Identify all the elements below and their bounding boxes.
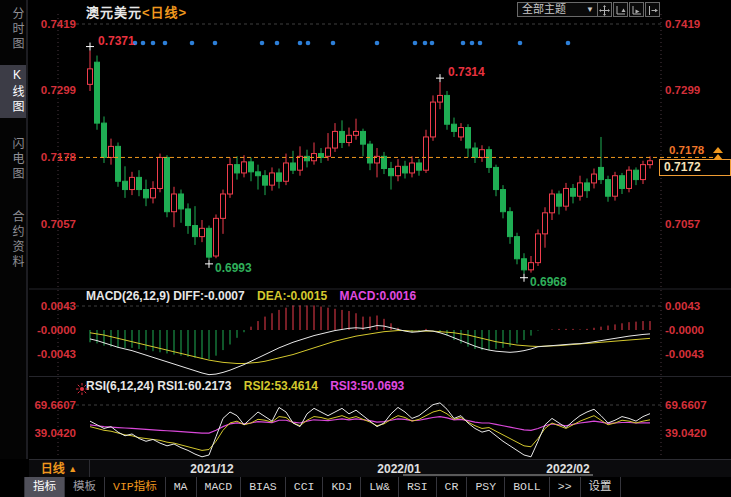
rsi-header: RSI(6,12,24) RSI1:60.2173 RSI2:53.4614 R… [86, 379, 404, 393]
indicator-tab-bar: 指标模板VIP指标MAMACDBIASCCIKDJLW&RSICRPSYBOLL… [0, 477, 731, 497]
price-tick-left: 0.7299 [29, 83, 76, 97]
macd-tick-left: 0.0043 [29, 299, 76, 313]
period-selector[interactable]: 日线 ▲ [29, 460, 90, 478]
macd-diff-value: MACD(26,12,9) DIFF:-0.0007 [86, 289, 245, 303]
tab-psy[interactable]: PSY [467, 477, 505, 497]
tab-rsi[interactable]: RSI [399, 477, 437, 497]
chart-area: 澳元美元<日线> 全部主题 ▼ MACD(26,12,9) DIFF:-0.00… [29, 0, 731, 497]
macd-tick-right: 0.0043 [665, 299, 700, 313]
sidebar-tab-contract-info[interactable]: 合约资料 [0, 207, 26, 273]
pan-tool-button[interactable] [597, 2, 612, 17]
fit-vertical-scale-button[interactable] [613, 2, 628, 17]
price-tick-right: 0.7419 [665, 17, 700, 31]
tab-lw[interactable]: LW& [361, 477, 399, 497]
fit-horizontal-scale-button[interactable] [629, 2, 644, 17]
price-tick-right: 0.7299 [665, 83, 700, 97]
theme-dropdown[interactable]: 全部主题 ▼ [517, 2, 599, 17]
tab-more[interactable]: >> [550, 477, 581, 497]
macd-hist-value: MACD:0.0016 [339, 289, 416, 303]
macd-tick-right: -0.0000 [665, 323, 704, 337]
symbol-name: 澳元美元 [86, 5, 142, 20]
triangle-up-icon: ▲ [68, 464, 77, 474]
price-annotation: 0.6968 [530, 275, 567, 289]
sidebar-tab-time-share[interactable]: 分时图 [0, 4, 26, 55]
tab-boll[interactable]: BOLL [505, 477, 550, 497]
chevron-down-icon: ▼ [586, 3, 594, 16]
price-up-arrow-icon [713, 154, 723, 160]
tab-settings[interactable]: 设置 [581, 477, 621, 497]
rsi-tick-right: 69.6607 [665, 398, 707, 412]
rsi-tick-right: 39.0420 [665, 426, 707, 440]
price-annotation: 0.6993 [215, 261, 252, 275]
tab-ma[interactable]: MA [166, 477, 197, 497]
tab-cci[interactable]: CCI [286, 477, 324, 497]
macd-dea-value: DEA:-0.0015 [257, 289, 327, 303]
shift-chart-right-button[interactable] [645, 2, 660, 17]
tab-indicator[interactable]: 指标 [24, 477, 65, 497]
axis-right-arrow-icon [630, 3, 643, 20]
price-tick-left: 0.7419 [29, 17, 76, 31]
tab-macd[interactable]: MACD [197, 477, 242, 497]
rsi3-value: RSI3:50.0693 [330, 379, 404, 393]
chart-title: 澳元美元<日线> [86, 2, 187, 21]
macd-tick-left: -0.0000 [29, 323, 76, 337]
rsi-tick-left: 39.0420 [29, 426, 76, 440]
price-tick-left: 0.7178 [29, 150, 76, 164]
price-annotation: 0.7314 [448, 65, 485, 79]
rsi2-value: RSI2:53.4614 [244, 379, 318, 393]
current-price-box: 0.7172 [659, 159, 731, 176]
time-axis-row: 日线 ▲ 2021/122022/012022/02 [29, 459, 731, 479]
tab-bias[interactable]: BIAS [241, 477, 286, 497]
sidebar-tab-kline[interactable]: K线图 [0, 65, 26, 118]
alarm-icon[interactable] [75, 382, 89, 396]
rsi1-value: RSI(6,12,24) RSI1:60.2173 [86, 379, 231, 393]
macd-tick-left: -0.0043 [29, 347, 76, 361]
chart-type-sidebar: 分时图K线图闪电图合约资料 [0, 0, 28, 459]
macd-header: MACD(26,12,9) DIFF:-0.0007 DEA:-0.0015 M… [86, 289, 416, 303]
tab-template[interactable]: 模板 [65, 477, 105, 497]
period-label: 日线 [41, 462, 65, 476]
price-tick-right: 0.7057 [665, 217, 700, 231]
period-tag: <日线> [142, 5, 187, 20]
price-up-arrow-icon [713, 147, 723, 153]
month-label: 2021/12 [190, 461, 233, 477]
price-annotation: 0.7371 [98, 34, 135, 48]
tab-cr[interactable]: CR [437, 477, 468, 497]
tab-kdj[interactable]: KDJ [323, 477, 361, 497]
macd-tick-right: -0.0043 [665, 347, 704, 361]
move-cross-icon [598, 3, 611, 20]
axis-up-arrow-icon [614, 3, 627, 20]
bar-arrow-right-icon [646, 3, 659, 20]
sidebar-tab-flash[interactable]: 闪电图 [0, 134, 26, 185]
h-scrollbar-thumb[interactable] [403, 474, 593, 476]
ref-price-label: 0.7178 [669, 144, 704, 156]
price-tick-left: 0.7057 [29, 217, 76, 231]
rsi-tick-left: 69.6607 [29, 398, 76, 412]
trading-app-window: 分时图K线图闪电图合约资料 澳元美元<日线> 全部主题 ▼ MACD(26,12… [0, 0, 731, 497]
tab-vip-indicator[interactable]: VIP指标 [105, 477, 166, 497]
theme-dropdown-label: 全部主题 [522, 3, 566, 16]
